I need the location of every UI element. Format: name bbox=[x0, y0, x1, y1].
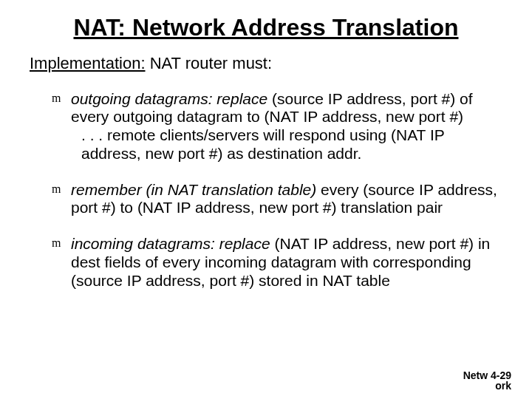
footer-line-1: Netw 4-29 bbox=[463, 370, 511, 381]
bullet-lead: remember (in NAT translation table) bbox=[71, 181, 316, 198]
subtitle-lead: Implementation: bbox=[30, 54, 146, 72]
bullet-continuation: . . . remote clients/servers will respon… bbox=[71, 126, 502, 163]
bullet-lead: outgoing datagrams: replace bbox=[71, 90, 267, 107]
list-item: m remember (in NAT translation table) ev… bbox=[52, 181, 502, 218]
slide-title: NAT: Network Address Translation bbox=[30, 15, 502, 41]
subtitle-rest: NAT router must: bbox=[146, 54, 273, 72]
list-item: m incoming datagrams: replace (NAT IP ad… bbox=[52, 235, 502, 290]
slide-footer: Netw 4-29 ork bbox=[463, 370, 511, 392]
list-item: m outgoing datagrams: replace (source IP… bbox=[52, 90, 502, 163]
footer-line-2: ork bbox=[463, 381, 511, 392]
bullet-marker: m bbox=[52, 183, 61, 197]
bullet-marker: m bbox=[52, 236, 61, 250]
bullet-list: m outgoing datagrams: replace (source IP… bbox=[30, 90, 502, 290]
slide-subtitle: Implementation: NAT router must: bbox=[30, 54, 502, 73]
slide: NAT: Network Address Translation Impleme… bbox=[0, 0, 532, 399]
bullet-lead: incoming datagrams: replace bbox=[71, 235, 270, 252]
bullet-marker: m bbox=[52, 92, 61, 106]
